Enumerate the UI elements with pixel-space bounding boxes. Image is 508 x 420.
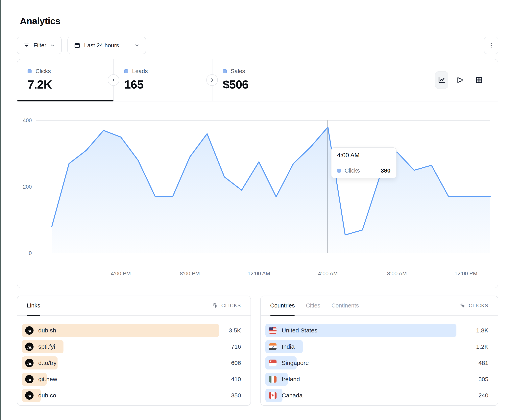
links-panel-header: Links CLICKS [17, 296, 251, 316]
tab-leads[interactable]: Leads 165 [113, 59, 212, 101]
ie-flag-icon [268, 375, 277, 384]
link-label: git.new [38, 376, 57, 383]
y-axis-tick-label: 400 [23, 117, 32, 123]
country-label: Singapore [282, 360, 309, 366]
tab-clicks[interactable]: Clicks 7.2K [17, 59, 113, 101]
clicks-legend-swatch [28, 69, 31, 73]
sales-tab-label: Sales [231, 68, 245, 74]
tab-links[interactable]: Links [27, 296, 40, 315]
table-grid-icon [475, 76, 483, 84]
country-label: Ireland [282, 376, 300, 383]
table-view-button[interactable] [472, 71, 486, 89]
link-row[interactable]: git.new410 [22, 373, 241, 386]
leads-legend-swatch [124, 69, 128, 73]
x-axis-tick-label: 8:00 PM [180, 271, 200, 276]
expand-clicks-chevron-button[interactable] [108, 74, 119, 86]
dub-logo-icon [25, 375, 34, 384]
country-label: Canada [282, 392, 302, 399]
line-chart-view-button[interactable] [435, 71, 448, 89]
us-flag-icon [268, 326, 277, 335]
funnel-icon [456, 76, 465, 84]
stats-tabstrip: Clicks 7.2K Leads 165 Sales $506 [17, 59, 498, 101]
country-row[interactable]: Ireland305 [265, 373, 488, 386]
tab-continents[interactable]: Continents [331, 296, 359, 315]
countries-panel: Countries Cities Continents CLICKS Unite… [260, 296, 498, 406]
x-axis-tick-label: 12:00 AM [247, 271, 270, 276]
links-panel: Links CLICKS dub.sh3.5Kspti.fyi716d.to/t… [17, 296, 251, 406]
date-range-button[interactable]: Last 24 hours [67, 37, 146, 54]
link-row[interactable]: dub.co350 [22, 389, 241, 402]
click-cursor-icon [212, 303, 219, 309]
tooltip-legend-swatch [337, 169, 341, 173]
clicks-timeseries-chart[interactable]: 02004004:00 PM8:00 PM12:00 AM4:00 AM8:00… [17, 101, 498, 288]
country-clicks-value: 1.2K [476, 343, 488, 350]
x-axis-tick-label: 4:00 AM [318, 271, 338, 276]
expand-leads-chevron-button[interactable] [206, 74, 218, 86]
x-axis-tick-label: 8:00 AM [387, 271, 407, 276]
countries-metric-label: CLICKS [469, 303, 488, 308]
tab-countries[interactable]: Countries [270, 296, 295, 315]
tab-sales[interactable]: Sales $506 [212, 59, 312, 101]
chart-view-toggles [435, 71, 486, 89]
link-row[interactable]: spti.fyi716 [22, 340, 241, 353]
countries-tab-label: Countries [270, 302, 295, 309]
country-row[interactable]: United States1.8K [265, 324, 488, 337]
country-clicks-value: 1.8K [476, 327, 488, 334]
calendar-icon [74, 42, 81, 49]
countries-metric-selector[interactable]: CLICKS [460, 303, 488, 309]
dub-logo-icon [25, 358, 34, 368]
link-clicks-value: 716 [231, 343, 241, 350]
tooltip-series-name: Clicks [344, 167, 377, 174]
in-flag-icon [268, 342, 277, 351]
country-clicks-value: 305 [478, 376, 488, 383]
dub-logo-icon [25, 326, 34, 335]
chevron-down-icon [134, 43, 140, 48]
y-axis-tick-label: 0 [29, 250, 32, 256]
sg-flag-icon [268, 358, 277, 368]
more-options-button[interactable] [484, 37, 498, 54]
left-edge-accent [0, 0, 1, 420]
link-label: dub.co [38, 392, 56, 399]
x-axis-tick-label: 12:00 PM [455, 271, 478, 276]
country-clicks-value: 481 [478, 360, 488, 366]
clicks-tab-label: Clicks [36, 68, 51, 74]
country-label: India [282, 343, 295, 350]
ca-flag-icon [268, 391, 277, 400]
filter-button[interactable]: Filter [17, 37, 62, 54]
filter-button-label: Filter [34, 42, 46, 49]
sales-legend-swatch [223, 69, 227, 73]
kebab-menu-icon [488, 42, 494, 49]
link-clicks-value: 3.5K [229, 327, 241, 334]
tooltip-time: 4:00 AM [331, 148, 396, 163]
line-chart-icon [437, 76, 446, 84]
cities-tab-label: Cities [306, 302, 320, 309]
continents-tab-label: Continents [331, 302, 359, 309]
leads-tab-label: Leads [132, 68, 148, 74]
click-cursor-icon [460, 303, 466, 309]
link-clicks-value: 606 [231, 360, 241, 366]
chevron-down-icon [50, 43, 55, 48]
link-row[interactable]: dub.sh3.5K [22, 324, 241, 337]
date-range-label: Last 24 hours [84, 42, 119, 49]
link-row[interactable]: d.to/try606 [22, 356, 241, 369]
x-axis-tick-label: 4:00 PM [111, 271, 131, 276]
tab-cities[interactable]: Cities [306, 296, 320, 315]
links-rows: dub.sh3.5Kspti.fyi716d.to/try606git.new4… [17, 316, 251, 402]
link-label: spti.fyi [38, 343, 55, 350]
filter-icon [23, 42, 30, 49]
country-row[interactable]: Canada240 [265, 389, 488, 402]
tooltip-value: 380 [381, 167, 391, 174]
toolbar: Filter Last 24 hours [17, 37, 498, 54]
countries-rows: United States1.8KIndia1.2KSingapore481Ir… [261, 316, 498, 402]
funnel-view-button[interactable] [454, 71, 467, 89]
clicks-area-fill [52, 127, 490, 253]
analytics-chart-card: Clicks 7.2K Leads 165 Sales $506 [17, 59, 498, 288]
page-title: Analytics [20, 15, 60, 26]
links-metric-selector[interactable]: CLICKS [212, 303, 241, 309]
dub-logo-icon [25, 391, 34, 400]
links-tab-label: Links [27, 302, 40, 309]
country-label: United States [282, 327, 317, 334]
country-row[interactable]: India1.2K [265, 340, 488, 353]
country-clicks-value: 240 [478, 392, 488, 399]
country-row[interactable]: Singapore481 [265, 356, 488, 369]
